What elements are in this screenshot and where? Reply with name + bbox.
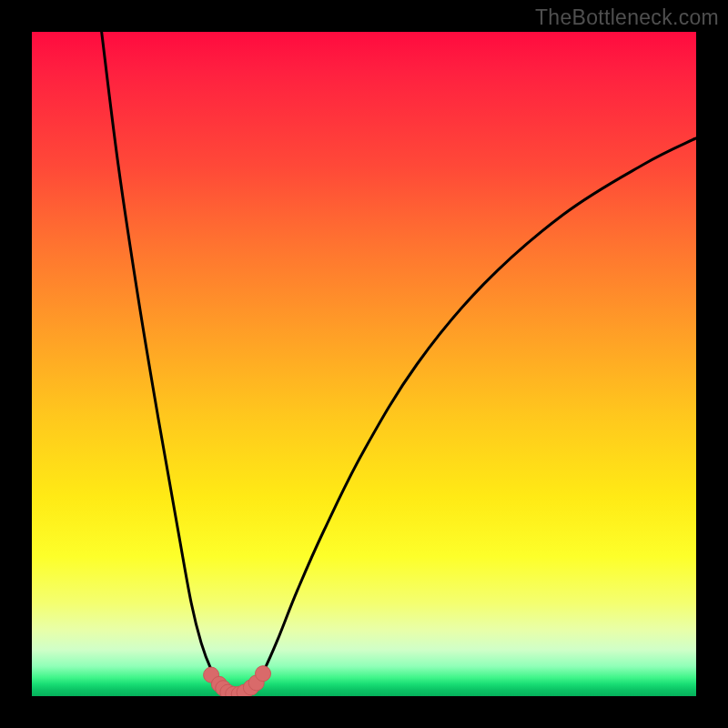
plot-area bbox=[32, 32, 696, 696]
trough-marker-dot bbox=[256, 666, 271, 682]
curve-left-branch bbox=[102, 32, 230, 696]
watermark-text: TheBottleneck.com bbox=[535, 5, 719, 30]
trough-markers bbox=[204, 666, 271, 696]
curve-layer bbox=[32, 32, 696, 696]
chart-frame: TheBottleneck.com bbox=[0, 0, 728, 728]
curve-right-branch bbox=[246, 138, 696, 696]
